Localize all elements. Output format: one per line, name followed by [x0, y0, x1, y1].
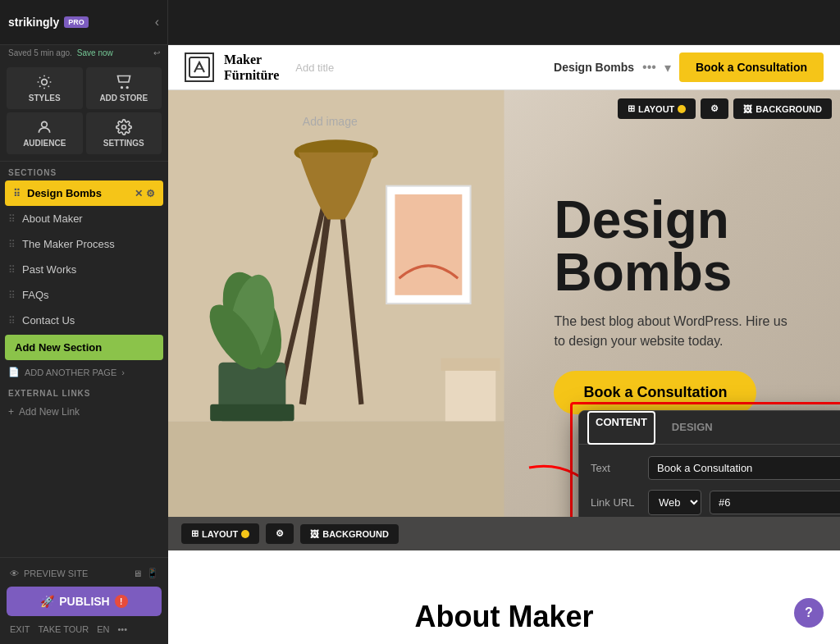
settings-btn[interactable]: SETTINGS	[86, 112, 162, 154]
button-edit-popup: CONTENT DESIGN Text Link URL Web	[578, 410, 840, 517]
link-type-select[interactable]: Web	[648, 490, 701, 515]
sidebar-item-contact[interactable]: ⠿ Contact Us	[0, 308, 168, 333]
app-name: strikingly	[8, 16, 59, 29]
bottom-gear-btn[interactable]: ⚙	[266, 523, 294, 544]
svg-point-1	[121, 87, 122, 89]
drag-icon: ⠿	[8, 239, 16, 250]
save-bar: Saved 5 min ago. Save now ↩	[0, 45, 168, 61]
svg-rect-21	[441, 359, 500, 371]
hero-title-line2: Bombs	[554, 243, 732, 302]
more-icon[interactable]: •••	[117, 624, 127, 634]
nav-right: Design Bombs ••• ▾ Book a Consultation	[554, 53, 824, 82]
gear-settings-btn[interactable]: ⚙	[701, 98, 728, 119]
add-link-btn[interactable]: + Add New Link	[0, 401, 168, 422]
chevron-right-icon: ›	[121, 368, 125, 377]
bottom-toolbar: ⊞ LAYOUT ⚙ 🖼 BACKGROUND	[168, 517, 840, 550]
sidebar-tools: STYLES ADD STORE AUDIENCE SETTINGS	[0, 61, 168, 162]
section-name: About Maker	[22, 212, 83, 225]
nav-link-design-bombs[interactable]: Design Bombs	[554, 61, 634, 74]
add-section-btn[interactable]: Add New Section	[5, 335, 163, 360]
image-icon: 🖼	[743, 104, 752, 114]
section-name: The Maker Process	[22, 238, 115, 250]
strikingly-logo: strikingly PRO ‹	[0, 0, 168, 44]
drag-icon: ⠿	[8, 290, 16, 301]
sidebar-item-faqs[interactable]: ⠿ FAQs	[0, 282, 168, 308]
add-title-placeholder[interactable]: Add title	[295, 62, 334, 74]
sidebar-item-maker-process[interactable]: ⠿ The Maker Process	[0, 231, 168, 257]
nav-dots-icon[interactable]: •••	[642, 60, 656, 75]
preview-icon: 👁	[10, 569, 19, 578]
tab-design[interactable]: DESIGN	[659, 411, 726, 445]
bottom-background-label: BACKGROUND	[322, 529, 389, 539]
add-store-btn[interactable]: ADD STORE	[86, 67, 162, 109]
about-title: About Maker	[185, 600, 824, 634]
layout-btn[interactable]: ⊞ LAYOUT	[618, 98, 696, 119]
brand: MakerFürnitüre	[185, 52, 279, 83]
publish-btn[interactable]: 🚀 PUBLISH !	[7, 587, 162, 616]
take-tour-btn[interactable]: TAKE TOUR	[38, 624, 89, 634]
exit-btn[interactable]: EXIT	[10, 624, 30, 634]
link-url-input[interactable]	[710, 491, 840, 514]
text-row: Text	[591, 456, 840, 480]
scene-svg	[168, 90, 504, 517]
text-input[interactable]	[648, 456, 840, 480]
hero-title-line1: Design	[554, 190, 728, 249]
top-bar: strikingly PRO ‹	[0, 0, 840, 45]
hero-cta-btn[interactable]: Book a Consultation	[554, 371, 756, 414]
svg-point-3	[42, 121, 48, 127]
bottom-links: EXIT TAKE TOUR EN •••	[7, 621, 162, 637]
drag-icon: ⠿	[8, 213, 16, 225]
section-icons: ✕ ⚙	[135, 188, 155, 199]
preview-site-btn[interactable]: 👁 PREVIEW SITE 🖥 📱	[7, 564, 162, 582]
popup-body: Text Link URL Web ?	[579, 445, 840, 517]
sidebar-item-about-maker[interactable]: ⠿ About Maker	[0, 206, 168, 231]
styles-label: STYLES	[29, 94, 61, 103]
drag-icon: ⠿	[8, 315, 16, 327]
bottom-layout-btn[interactable]: ⊞ LAYOUT	[181, 523, 259, 544]
layout-label: LAYOUT	[638, 104, 674, 114]
sections-label: SECTIONS	[0, 162, 168, 180]
svg-point-4	[121, 126, 126, 130]
pro-badge: PRO	[64, 16, 89, 28]
preview-label: PREVIEW SITE	[24, 569, 88, 578]
add-page-label: ADD ANOTHER PAGE	[25, 368, 116, 377]
styles-btn[interactable]: STYLES	[7, 67, 83, 109]
sidebar-item-design-bombs[interactable]: ⠿ Design Bombs ✕ ⚙	[5, 180, 163, 206]
sidebar-item-past-works[interactable]: ⠿ Past Works	[0, 257, 168, 282]
collapse-sidebar-icon[interactable]: ‹	[155, 15, 159, 30]
svg-rect-20	[445, 363, 495, 422]
bottom-layout-icon: ⊞	[191, 528, 199, 539]
section-name: Design Bombs	[27, 187, 102, 199]
rocket-icon: 🚀	[40, 595, 54, 608]
bottom-layout-indicator	[241, 530, 249, 538]
popup-tabs: CONTENT DESIGN	[579, 411, 840, 445]
background-btn[interactable]: 🖼 BACKGROUND	[733, 98, 832, 119]
hero-title: Design Bombs	[554, 194, 807, 299]
add-page-btn[interactable]: 📄 ADD ANOTHER PAGE ›	[0, 362, 168, 382]
add-link-label: Add New Link	[19, 406, 80, 418]
mobile-icon: 📱	[147, 568, 158, 578]
hero-section: ⊞ LAYOUT ⚙ 🖼 BACKGROUND Add image	[168, 90, 840, 517]
hero-content: Design Bombs The best blog about WordPre…	[537, 161, 840, 447]
tab-content[interactable]: CONTENT	[587, 411, 655, 445]
monitor-icon: 🖥	[133, 569, 142, 578]
background-label: BACKGROUND	[756, 104, 822, 114]
undo-icon[interactable]: ↩	[153, 48, 160, 57]
save-now-link[interactable]: Save now	[77, 48, 113, 57]
file-icon: 📄	[8, 367, 20, 377]
nav-caret-icon[interactable]: ▾	[664, 60, 671, 75]
svg-rect-18	[395, 194, 462, 295]
section-toolbar: ⊞ LAYOUT ⚙ 🖼 BACKGROUND	[618, 98, 832, 119]
main-area: Saved 5 min ago. Save now ↩ STYLES ADD S…	[0, 45, 840, 644]
svg-rect-5	[189, 57, 209, 77]
nav-cta-btn[interactable]: Book a Consultation	[679, 53, 824, 82]
audience-btn[interactable]: AUDIENCE	[7, 112, 83, 154]
bottom-background-btn[interactable]: 🖼 BACKGROUND	[300, 524, 399, 544]
gear-icon[interactable]: ⚙	[146, 188, 155, 199]
svg-rect-6	[168, 421, 504, 517]
close-icon[interactable]: ✕	[135, 188, 143, 199]
lang-btn[interactable]: EN	[97, 624, 109, 634]
help-btn[interactable]: ?	[794, 598, 824, 628]
popup-overlay: CONTENT DESIGN Text Link URL Web	[578, 410, 840, 517]
add-image-text: Add image	[303, 115, 358, 128]
